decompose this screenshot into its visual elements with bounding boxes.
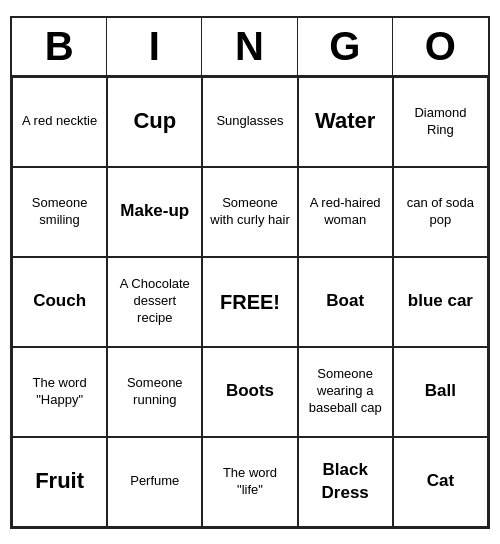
bingo-header: BINGO [12,18,488,77]
bingo-cell-22[interactable]: The word "life" [202,437,297,527]
bingo-letter-O: O [393,18,488,75]
bingo-cell-24[interactable]: Cat [393,437,488,527]
bingo-cell-0[interactable]: A red necktie [12,77,107,167]
bingo-letter-G: G [298,18,393,75]
bingo-cell-15[interactable]: The word "Happy" [12,347,107,437]
bingo-cell-4[interactable]: Diamond Ring [393,77,488,167]
bingo-cell-9[interactable]: can of soda pop [393,167,488,257]
bingo-cell-19[interactable]: Ball [393,347,488,437]
bingo-cell-8[interactable]: A red-haired woman [298,167,393,257]
bingo-cell-11[interactable]: A Chocolate dessert recipe [107,257,202,347]
bingo-cell-1[interactable]: Cup [107,77,202,167]
bingo-card: BINGO A red necktieCupSunglassesWaterDia… [10,16,490,529]
bingo-cell-20[interactable]: Fruit [12,437,107,527]
bingo-cell-13[interactable]: Boat [298,257,393,347]
bingo-cell-16[interactable]: Someone running [107,347,202,437]
bingo-letter-N: N [202,18,297,75]
bingo-cell-17[interactable]: Boots [202,347,297,437]
bingo-grid: A red necktieCupSunglassesWaterDiamond R… [12,77,488,527]
bingo-cell-12[interactable]: FREE! [202,257,297,347]
bingo-cell-7[interactable]: Someone with curly hair [202,167,297,257]
bingo-cell-23[interactable]: Black Dress [298,437,393,527]
bingo-cell-6[interactable]: Make-up [107,167,202,257]
bingo-cell-5[interactable]: Someone smiling [12,167,107,257]
bingo-cell-18[interactable]: Someone wearing a baseball cap [298,347,393,437]
bingo-letter-I: I [107,18,202,75]
bingo-cell-3[interactable]: Water [298,77,393,167]
bingo-letter-B: B [12,18,107,75]
bingo-cell-10[interactable]: Couch [12,257,107,347]
bingo-cell-14[interactable]: blue car [393,257,488,347]
bingo-cell-21[interactable]: Perfume [107,437,202,527]
bingo-cell-2[interactable]: Sunglasses [202,77,297,167]
